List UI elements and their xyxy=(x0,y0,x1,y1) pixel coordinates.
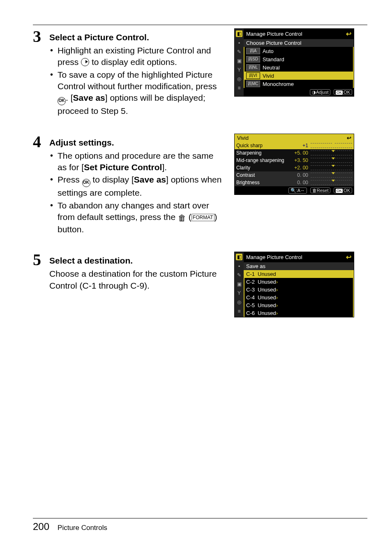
text-bold: Save as xyxy=(134,175,166,184)
shot1-row-auto: 四A Auto xyxy=(244,47,354,55)
param-name: Brightness xyxy=(236,180,290,185)
param-slider xyxy=(311,143,352,148)
shot1-row-monochrome: 四MC Monochrome xyxy=(244,80,354,88)
back-icon: ↩ xyxy=(346,30,351,38)
pc-label: Monochrome xyxy=(263,81,294,87)
pc-label: Auto xyxy=(263,48,274,54)
adjust-icon: ◑ xyxy=(312,90,316,95)
slot-label: Unused xyxy=(258,271,276,277)
tab-menu-icon: ≡ xyxy=(236,308,242,315)
shot2-footer: 🔍:A↔ 🗑Reset OKOK xyxy=(235,186,354,194)
shot3-titlebar: Manage Picture Control ↩ xyxy=(244,252,354,262)
shot2-titlebar: Vivid ↩ xyxy=(235,134,354,142)
param-slider xyxy=(311,180,352,185)
text: OK xyxy=(344,188,350,193)
param-name: Clarity xyxy=(236,165,290,171)
ok-hint: OKOK xyxy=(334,187,352,193)
shot3-row-c5: C-5 Unused › xyxy=(244,301,354,309)
text: ( xyxy=(186,212,191,222)
step-3-bullet-1: Highlight an existing Picture Control an… xyxy=(49,45,222,68)
page-footer: 200 Picture Controls xyxy=(0,515,392,532)
shot1-row-vivid: 四VI Vivid xyxy=(244,72,354,80)
pc-tag: 四MC xyxy=(246,81,260,87)
pc-tag: 四NL xyxy=(246,64,260,71)
param-value: 0. 00 xyxy=(290,172,308,178)
back-icon: ↩ xyxy=(346,253,351,261)
param-value: +5. 00 xyxy=(290,150,308,156)
side-tabs: ◧ ▪ ✎ ▣ Y ◎ ≡ xyxy=(235,252,244,317)
shot1-row-neutral: 四NL Neutral xyxy=(244,63,354,72)
param-slider xyxy=(311,158,352,163)
slot-tag: C-1 xyxy=(246,271,258,277)
shot3-row-c6: C-6 Unused › xyxy=(244,309,354,317)
pc-label: Neutral xyxy=(263,65,280,71)
slot-label: Unused xyxy=(258,310,276,316)
step-3-number: 3 xyxy=(33,28,49,45)
trash-icon: 🗑 xyxy=(178,213,186,224)
slot-label: Unused xyxy=(258,294,276,301)
slot-label: Unused xyxy=(258,279,276,285)
tab-video-icon: ▪ xyxy=(236,263,242,269)
pc-label: Standard xyxy=(263,56,284,62)
param-value: +1 xyxy=(290,143,308,148)
tab-video-icon: ▪ xyxy=(236,39,242,46)
top-rule xyxy=(33,25,367,25)
tab-network-icon: ◎ xyxy=(236,299,242,305)
slot-tag: C-3 xyxy=(246,287,258,293)
ok-icon: OK xyxy=(82,179,90,187)
shot3-subtitle: Save as xyxy=(244,262,354,270)
shot2-row-brightness: Brightness 0. 00 xyxy=(235,179,354,186)
shot2-row-sharpening: Sharpening +5. 00 xyxy=(235,149,354,157)
tab-play-icon: ▣ xyxy=(236,281,242,287)
tab-pencil-icon: ✎ xyxy=(236,49,242,55)
param-name: Contrast xyxy=(236,172,290,178)
pc-tag: 四VI xyxy=(246,72,260,79)
text: to display edit options. xyxy=(89,57,177,67)
pc-tag: 四SD xyxy=(246,56,260,62)
tab-network-icon: ◎ xyxy=(236,76,242,82)
step-3-bullet-2: To save a copy of the highlighted Pictur… xyxy=(49,69,222,117)
text: Reset xyxy=(317,188,329,193)
slot-tag: C-6 xyxy=(246,310,258,316)
text: A↔ xyxy=(297,188,305,193)
shot2-row-midrange: Mid-range sharpening +3. 50 xyxy=(235,157,354,164)
text: Press xyxy=(58,175,82,184)
step-4-heading: Adjust settings. xyxy=(49,134,222,148)
text: Adjust xyxy=(316,90,329,95)
chevron-right-icon: › xyxy=(276,279,278,285)
pc-tag: 四A xyxy=(246,48,260,54)
text: OK xyxy=(344,90,350,95)
chevron-right-icon: › xyxy=(276,271,278,277)
screenshot-choose-picture-control: ◧ ▪ ✎ ▣ Y ◎ ≡ Manage Picture Control ↩ C xyxy=(234,28,354,97)
shot2-title: Vivid xyxy=(237,135,249,141)
param-value: 0. 00 xyxy=(290,180,308,185)
text: ]. xyxy=(162,162,167,172)
zoom-hint: 🔍:A↔ xyxy=(288,187,307,194)
shot2-row-clarity: Clarity +2. 00 xyxy=(235,164,354,171)
shot3-row-c2: C-2 Unused › xyxy=(244,278,354,286)
step-4-bullets: The options and procedure are the same a… xyxy=(49,150,222,236)
slot-tag: C-4 xyxy=(246,294,258,301)
tab-play-icon: ▣ xyxy=(236,58,242,64)
ok-badge-icon: OK xyxy=(336,90,343,95)
pc-label: Vivid xyxy=(263,73,274,79)
page-number: 200 xyxy=(33,521,49,532)
tab-camera-icon: ◧ xyxy=(236,254,242,260)
right-icon xyxy=(81,58,89,66)
screenshot-save-as: ◧ ▪ ✎ ▣ Y ◎ ≡ Manage Picture Control ↩ S xyxy=(234,252,354,317)
step-3-heading: Select a Picture Control. xyxy=(49,28,222,42)
tab-pencil-icon: ✎ xyxy=(236,272,242,278)
chevron-right-icon: › xyxy=(276,302,278,308)
param-value: +2. 00 xyxy=(290,165,308,171)
step-5-number: 5 xyxy=(33,252,49,268)
tab-camera-icon: ◧ xyxy=(236,30,242,37)
step-5-heading: Select a destination. xyxy=(49,252,222,266)
shot3-title: Manage Picture Control xyxy=(246,254,302,260)
ok-icon: OK xyxy=(58,97,66,105)
adjust-hint: ◑Adjust xyxy=(310,89,331,95)
slot-tag: C-2 xyxy=(246,279,258,285)
shot1-subtitle: Choose Picture Control xyxy=(244,39,354,47)
text: to display [ xyxy=(90,175,134,184)
chevron-right-icon: › xyxy=(276,294,278,301)
param-name: Sharpening xyxy=(236,150,290,156)
